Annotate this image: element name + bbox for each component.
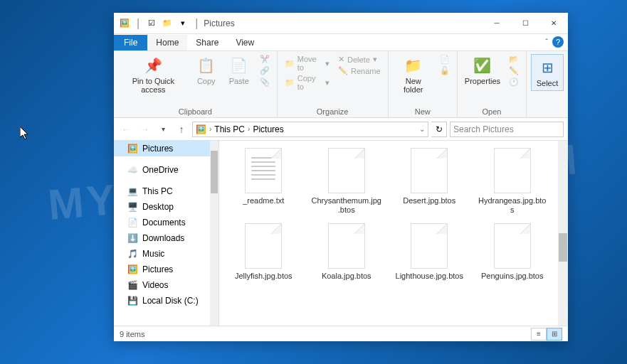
nav-item[interactable]: 🖥️Desktop (114, 199, 218, 215)
qat-separator: | (195, 17, 198, 30)
details-view-button[interactable]: ≡ (531, 328, 547, 341)
file-scrollbar-thumb[interactable] (559, 233, 567, 262)
new-folder-label: New folder (396, 77, 431, 94)
easy-access-button[interactable]: 🔓 (437, 65, 453, 76)
properties-qat-icon[interactable]: ☑ (145, 17, 158, 30)
new-folder-icon: 📁 (402, 55, 425, 75)
open-group-label: Open (462, 106, 522, 116)
nav-item[interactable]: 🖼️Pictures (114, 262, 218, 277)
tab-file[interactable]: File (114, 35, 147, 50)
pin-button[interactable]: 📌 Pin to Quick access (118, 54, 189, 95)
file-item[interactable]: Jellyfish.jpg.btos (225, 223, 302, 281)
minimize-button[interactable]: ─ (483, 13, 511, 34)
forward-button[interactable]: → (137, 122, 152, 137)
pin-label: Pin to Quick access (121, 77, 186, 94)
address-bar: ← → ▾ ↑ 🖼️ › This PC › Pictures ⌄ ↻ Sear… (114, 118, 568, 141)
nav-item-icon: ⬇️ (127, 232, 138, 244)
ribbon-group-organize: 📁 Move to ▾ 📁 Copy to ▾ ✕ Delete ▾ ✏️ Re… (278, 51, 389, 117)
explorer-window: 🖼️ | ☑ 📁 ▾ | Pictures ─ ☐ ✕ File Home Sh… (114, 13, 568, 341)
file-name: Desert.jpg.btos (403, 196, 455, 205)
file-item[interactable]: Koala.jpg.btos (308, 223, 386, 281)
back-button[interactable]: ← (118, 122, 134, 137)
qat-separator: | (137, 17, 139, 30)
nav-item[interactable]: 📄Documents (114, 215, 218, 230)
close-button[interactable]: ✕ (539, 13, 568, 34)
delete-button[interactable]: ✕ Delete ▾ (335, 54, 384, 65)
rename-button[interactable]: ✏️ Rename (335, 65, 384, 76)
window-title: Pictures (204, 18, 234, 28)
moveto-button[interactable]: 📁 Move to ▾ (282, 54, 332, 73)
ribbon-group-open: ✅ Properties 📂 ✏️ 🕐 Open (458, 51, 527, 117)
refresh-button[interactable]: ↻ (431, 122, 447, 137)
copyto-button[interactable]: 📁 Copy to ▾ (282, 73, 332, 92)
nav-item-icon: 💾 (127, 295, 138, 306)
nav-item[interactable]: 💻This PC (114, 183, 218, 199)
breadcrumb-thispc[interactable]: This PC (214, 124, 245, 134)
content-area: 🖼️Pictures☁️OneDrive💻This PC🖥️Desktop📄Do… (114, 141, 568, 326)
nav-item-label: This PC (142, 186, 173, 196)
help-icon[interactable]: ? (552, 36, 564, 48)
collapse-ribbon-icon[interactable]: ˆ (545, 38, 548, 46)
properties-button[interactable]: ✅ Properties (462, 54, 503, 87)
new-folder-button[interactable]: 📁 New folder (393, 54, 434, 95)
history-icon: 🕐 (509, 77, 519, 87)
copy-path-button[interactable]: 🔗 (257, 65, 273, 76)
address-dropdown-icon[interactable]: ⌄ (419, 125, 425, 133)
status-bar: 9 items ≡ ⊞ (114, 326, 568, 341)
select-group-label (531, 114, 564, 116)
nav-item[interactable]: ⬇️Downloads (114, 230, 218, 246)
select-button[interactable]: ⊞ Select (531, 54, 564, 91)
paste-shortcut-button[interactable]: 📎 (257, 77, 273, 87)
pin-icon: 📌 (142, 55, 164, 75)
file-name: Koala.jpg.btos (322, 272, 372, 281)
nav-item-label: Pictures (142, 144, 173, 154)
edit-button[interactable]: ✏️ (506, 65, 522, 76)
recent-dropdown[interactable]: ▾ (155, 122, 171, 137)
tab-share[interactable]: Share (187, 35, 227, 50)
tab-view[interactable]: View (227, 35, 263, 50)
maximize-button[interactable]: ☐ (511, 13, 539, 34)
tab-home[interactable]: Home (147, 35, 187, 50)
file-icon (328, 223, 365, 269)
nav-item[interactable]: 🎵Music (114, 246, 218, 262)
file-item[interactable]: Penguins.jpg.btos (474, 223, 552, 281)
file-item[interactable]: Lighthouse.jpg.btos (391, 223, 468, 281)
easy-access-icon: 🔓 (440, 66, 450, 75)
nav-scrollbar-thumb[interactable] (211, 151, 218, 193)
edit-icon: ✏️ (509, 66, 519, 75)
paste-label: Paste (229, 77, 249, 85)
nav-item[interactable]: 💾Local Disk (C:) (114, 293, 218, 309)
search-input[interactable]: Search Pictures (450, 122, 564, 137)
open-button[interactable]: 📂 (506, 54, 522, 65)
cut-button[interactable]: ✂️ (257, 54, 273, 65)
paste-icon: 📄 (228, 55, 251, 75)
file-item[interactable]: Hydrangeas.jpg.btos (474, 148, 552, 215)
history-button[interactable]: 🕐 (506, 77, 522, 87)
nav-item-icon: 🖥️ (127, 201, 138, 213)
up-button[interactable]: ↑ (174, 122, 189, 137)
file-item[interactable]: Desert.jpg.btos (391, 148, 468, 215)
folder-icon: 🖼️ (118, 17, 131, 30)
quick-access-toolbar: 🖼️ | ☑ 📁 ▾ | Pictures (114, 17, 239, 30)
paste-button[interactable]: 📄 Paste (224, 54, 254, 87)
nav-item-label: Music (142, 249, 164, 259)
folder-qat-icon[interactable]: 📁 (161, 17, 174, 30)
nav-item[interactable]: ☁️OneDrive (114, 162, 218, 178)
icons-view-button[interactable]: ⊞ (547, 328, 562, 341)
file-scrollbar[interactable] (558, 141, 568, 326)
nav-item[interactable]: 🎬Videos (114, 277, 218, 293)
nav-item[interactable]: 🖼️Pictures (114, 141, 218, 156)
clipboard-group-label: Clipboard (118, 106, 273, 116)
qat-dropdown-icon[interactable]: ▾ (176, 17, 189, 30)
nav-scrollbar[interactable] (210, 141, 218, 326)
breadcrumb-pictures[interactable]: Pictures (253, 124, 283, 134)
file-icon (245, 148, 282, 193)
file-item[interactable]: Chrysanthemum.jpg.btos (308, 148, 386, 215)
copy-button[interactable]: 📋 Copy (191, 54, 221, 87)
file-item[interactable]: _readme.txt (225, 148, 302, 215)
address-box[interactable]: 🖼️ › This PC › Pictures ⌄ (192, 122, 428, 137)
nav-item-icon: 🎬 (127, 279, 138, 291)
nav-item-icon: 🖼️ (127, 264, 138, 275)
new-item-button[interactable]: 📄 (437, 54, 453, 65)
properties-label: Properties (465, 77, 500, 85)
